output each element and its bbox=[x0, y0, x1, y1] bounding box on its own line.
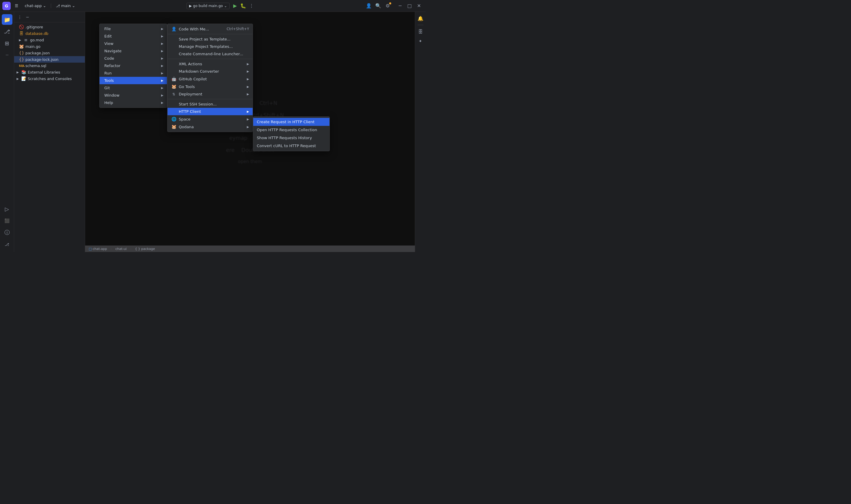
panel-minimize-icon[interactable]: ─ bbox=[24, 14, 31, 20]
sidebar-item-vcs[interactable]: ⎇ bbox=[2, 26, 13, 37]
settings-button[interactable]: ⚙ bbox=[383, 2, 392, 10]
menu-edit-label: Edit bbox=[104, 34, 112, 38]
sidebar-item-problems[interactable]: ⓘ bbox=[2, 227, 13, 238]
tools-space[interactable]: 🌐 Space ▶ bbox=[167, 115, 253, 123]
file-item-maingo[interactable]: 🐹 main.go bbox=[14, 43, 85, 50]
file-item-gomod[interactable]: ▶ ≡ go.mod bbox=[14, 37, 85, 43]
minimize-button[interactable]: ─ bbox=[396, 2, 404, 10]
branch-icon: ⎇ bbox=[56, 4, 60, 8]
separator-1 bbox=[51, 3, 51, 8]
menu-help-arrow: ▶ bbox=[161, 101, 163, 104]
panel-options-icon[interactable]: ⋮ bbox=[17, 14, 23, 20]
http-create-request[interactable]: Create Request in HTTP Client bbox=[253, 118, 329, 126]
menu-navigate[interactable]: Navigate ▶ bbox=[99, 47, 167, 55]
sidebar-item-more[interactable]: ··· bbox=[2, 50, 13, 60]
right-ai-icon[interactable]: ✦ bbox=[416, 37, 424, 45]
file-list: 🚫 .gitignore 🗄 database.db ▶ ≡ go.mod 🐹 … bbox=[14, 22, 85, 83]
http-convert-curl-label: Convert cURL to HTTP Request bbox=[257, 144, 316, 148]
xml-actions-label: XML Actions bbox=[179, 62, 245, 66]
project-selector[interactable]: chat-app ⌄ bbox=[22, 2, 49, 9]
menu-run-arrow: ▶ bbox=[161, 72, 163, 75]
branch-selector[interactable]: ⎇ main ⌄ bbox=[53, 2, 77, 9]
file-item-gitignore[interactable]: 🚫 .gitignore bbox=[14, 24, 85, 30]
menu-file[interactable]: File ▶ bbox=[99, 25, 167, 33]
deployment-arrow: ▶ bbox=[247, 92, 249, 96]
space-arrow: ▶ bbox=[247, 118, 249, 121]
statusbar-package[interactable]: { } package bbox=[134, 247, 156, 251]
menu-code[interactable]: Code ▶ bbox=[99, 55, 167, 62]
http-create-request-label: Create Request in HTTP Client bbox=[257, 120, 314, 124]
tools-manage-templates[interactable]: Manage Project Templates... bbox=[167, 43, 253, 50]
statusbar-ui-label: chat-ui bbox=[115, 247, 127, 251]
file-item-scratches[interactable]: ▶ 📝 Scratches and Consoles bbox=[14, 75, 85, 82]
tools-save-template[interactable]: Save Project as Template... bbox=[167, 35, 253, 43]
menu-tools-label: Tools bbox=[104, 78, 114, 83]
menu-git-arrow: ▶ bbox=[161, 86, 163, 90]
tools-markdown[interactable]: Markdown Converter ▶ bbox=[167, 68, 253, 75]
code-with-me-label: Code With Me... bbox=[179, 27, 224, 31]
menu-help[interactable]: Help ▶ bbox=[99, 99, 167, 106]
statusbar-ui[interactable]: chat-ui bbox=[114, 247, 128, 251]
statusbar-project-label: □ bbox=[89, 247, 92, 251]
menu-refactor-label: Refactor bbox=[104, 64, 121, 68]
menu-window[interactable]: Window ▶ bbox=[99, 92, 167, 99]
http-convert-curl[interactable]: Convert cURL to HTTP Request bbox=[253, 142, 329, 150]
menu-run[interactable]: Run ▶ bbox=[99, 69, 167, 77]
tools-code-with-me[interactable]: 👤 Code With Me... Ctrl+Shift+Y bbox=[167, 25, 253, 33]
tools-http-client[interactable]: HTTP Client ▶ bbox=[167, 108, 253, 115]
file-item-schemasql[interactable]: SQL schema.sql bbox=[14, 62, 85, 69]
titlebar-center: ▶ go build main.go ⌄ ▶ 🐛 ⋮ bbox=[79, 2, 363, 10]
markdown-label: Markdown Converter bbox=[179, 69, 245, 74]
copilot-icon: 🤖 bbox=[171, 76, 176, 81]
profile-button[interactable]: 👤 bbox=[365, 2, 373, 10]
window-controls: ─ □ ✕ bbox=[396, 2, 423, 10]
maximize-button[interactable]: □ bbox=[405, 2, 414, 10]
sidebar-item-terminal[interactable]: ⬛ bbox=[2, 215, 13, 226]
go-tools-arrow: ▶ bbox=[247, 85, 249, 88]
tools-ssh-session[interactable]: Start SSH Session... bbox=[167, 101, 253, 108]
menu-refactor[interactable]: Refactor ▶ bbox=[99, 62, 167, 69]
sidebar-item-run[interactable]: ▷ bbox=[2, 203, 13, 214]
gitignore-icon: 🚫 bbox=[19, 24, 24, 29]
menu-git[interactable]: Git ▶ bbox=[99, 84, 167, 92]
http-open-collection[interactable]: Open HTTP Requests Collection bbox=[253, 126, 329, 134]
hamburger-menu[interactable]: ☰ bbox=[13, 2, 21, 9]
sidebar-item-files[interactable]: 📁 bbox=[2, 14, 13, 25]
sidebar-item-plugins[interactable]: ⊞ bbox=[2, 38, 13, 49]
tools-go-tools[interactable]: 🐹 Go Tools ▶ bbox=[167, 83, 253, 90]
tools-deployment[interactable]: ⇅ Deployment ▶ bbox=[167, 90, 253, 98]
scratches-icon: 📝 bbox=[21, 76, 26, 81]
extlibs-expand-icon: ▶ bbox=[17, 71, 19, 74]
http-show-history-label: Show HTTP Requests History bbox=[257, 136, 312, 140]
run-config[interactable]: ▶ go build main.go ⌄ bbox=[186, 3, 230, 9]
go-tools-icon: 🐹 bbox=[171, 84, 176, 89]
file-item-packagejson[interactable]: {} package.json bbox=[14, 50, 85, 56]
run-button[interactable]: ▶ bbox=[231, 2, 239, 10]
statusbar-sep-1: › bbox=[110, 247, 112, 251]
tools-copilot[interactable]: 🤖 GitHub Copilot ▶ bbox=[167, 75, 253, 83]
debug-button[interactable]: 🐛 bbox=[239, 2, 247, 10]
file-item-database[interactable]: 🗄 database.db bbox=[14, 30, 85, 37]
close-button[interactable]: ✕ bbox=[415, 2, 423, 10]
menu-view[interactable]: View ▶ bbox=[99, 40, 167, 47]
file-item-external-libs[interactable]: ▶ 📚 External Libraries bbox=[14, 69, 85, 75]
menu-edit[interactable]: Edit ▶ bbox=[99, 33, 167, 40]
run-config-icon: ▶ bbox=[189, 4, 192, 8]
tools-cmdline-launcher[interactable]: Create Command-line Launcher... bbox=[167, 50, 253, 58]
right-sidebar: 🔔 🗄 ✦ bbox=[415, 12, 426, 252]
menu-window-label: Window bbox=[104, 93, 120, 97]
menu-help-label: Help bbox=[104, 101, 113, 105]
right-database-icon[interactable]: 🗄 bbox=[416, 28, 424, 36]
more-run-options[interactable]: ⋮ bbox=[247, 2, 256, 10]
right-notifications-icon[interactable]: 🔔 bbox=[416, 14, 424, 22]
statusbar-project[interactable]: □ chat-app bbox=[88, 247, 108, 251]
sidebar-item-git[interactable]: ⎇ bbox=[2, 239, 13, 250]
menu-view-arrow: ▶ bbox=[161, 42, 163, 45]
tools-qodana[interactable]: 🐹 Qodana ▶ bbox=[167, 123, 253, 130]
search-button[interactable]: 🔍 bbox=[374, 2, 382, 10]
file-item-packagelockjson[interactable]: {} package-lock.json bbox=[14, 56, 85, 62]
http-show-history[interactable]: Show HTTP Requests History bbox=[253, 134, 329, 142]
menu-tools[interactable]: Tools ▶ bbox=[99, 77, 167, 84]
menu-code-arrow: ▶ bbox=[161, 57, 163, 60]
tools-xml-actions[interactable]: XML Actions ▶ bbox=[167, 60, 253, 68]
